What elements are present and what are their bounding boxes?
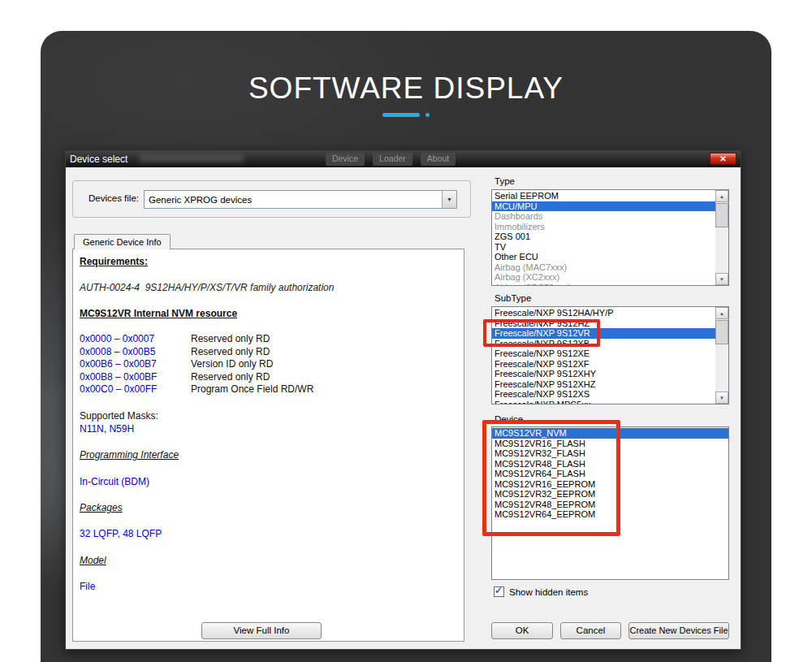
model-heading: Model bbox=[80, 555, 106, 566]
type-item-label: Airbag (SPC56xxx) bbox=[495, 283, 571, 287]
subtype-list-item[interactable]: Freescale/NXP 9S12HA/HY/P bbox=[492, 308, 715, 318]
scroll-up-icon[interactable]: ▲ bbox=[715, 307, 728, 319]
memory-range: 0x00B6 – 0x00B7 bbox=[80, 358, 191, 371]
scroll-down-icon[interactable]: ▼ bbox=[715, 392, 728, 404]
subtype-list-item[interactable]: Freescale/NXP 9S12XS bbox=[492, 389, 715, 400]
device-item-label: MC9S12VR16_FLASH bbox=[495, 439, 585, 448]
subtype-item-label: Freescale/NXP 9S12HZ bbox=[495, 318, 590, 328]
device-list-item[interactable]: MC9S12VR32_FLASH bbox=[492, 448, 728, 459]
type-list-item[interactable]: Serial EEPROM bbox=[492, 191, 715, 201]
device-list-item[interactable]: MC9S12VR64_FLASH bbox=[492, 469, 728, 479]
subtype-list-items: Freescale/NXP 9S12HA/HY/P Freescale/NXP … bbox=[492, 308, 715, 405]
subtype-list-item[interactable]: Freescale/NXP 9S12XHZ bbox=[492, 379, 715, 390]
create-new-devices-file-button[interactable]: Create New Devices File bbox=[628, 622, 729, 639]
scroll-up-icon[interactable]: ▲ bbox=[715, 190, 728, 202]
type-item-label: ZGS 001 bbox=[495, 231, 530, 241]
scroll-down-icon[interactable]: ▼ bbox=[715, 273, 728, 285]
memory-desc: Reserved only RD bbox=[191, 371, 270, 384]
devices-file-label: Devices file: bbox=[89, 193, 139, 203]
device-item-label: MC9S12VR16_EEPROM bbox=[495, 479, 595, 489]
underline-dot bbox=[425, 113, 430, 117]
type-listbox[interactable]: Serial EEPROM MCU/MPU Dashboards Immobil… bbox=[491, 189, 729, 286]
device-select-dialog: Device select Device Loader About ✕ Devi… bbox=[65, 150, 741, 650]
devices-file-select[interactable]: Generic XPROG devices ▼ bbox=[144, 190, 457, 209]
memory-map: 0x0000 – 0x0007 Reserved only RD 0x0008 … bbox=[80, 333, 313, 396]
dialog-titlebar: Device select Device Loader About ✕ bbox=[66, 151, 741, 167]
type-item-label: Immobilizers bbox=[495, 222, 545, 231]
type-list-item[interactable]: ZGS 001 bbox=[492, 231, 715, 242]
device-info-panel: Requirements: AUTH-0024-4 9S12HA/HY/P/XS… bbox=[72, 249, 464, 642]
subtype-item-label: Freescale/NXP MPC5xx bbox=[495, 400, 590, 405]
show-hidden-checkbox[interactable]: ✓ bbox=[494, 586, 504, 597]
device-list-item[interactable]: MC9S12VR16_FLASH bbox=[492, 439, 728, 449]
subtype-item-label: Freescale/NXP 9S12XB bbox=[495, 339, 590, 348]
close-button[interactable]: ✕ bbox=[710, 153, 736, 165]
supported-masks-value: N11N, N59H bbox=[80, 423, 134, 435]
memory-desc: Reserved only RD bbox=[191, 333, 270, 346]
type-list-item[interactable]: TV bbox=[492, 242, 715, 253]
title-underline bbox=[0, 113, 812, 117]
subtype-item-label: Freescale/NXP 9S12VR bbox=[495, 328, 590, 338]
type-scrollbar[interactable]: ▲ ▼ bbox=[715, 190, 728, 285]
subtype-scrollbar[interactable]: ▲ ▼ bbox=[715, 307, 728, 404]
subtype-label: SubType bbox=[495, 293, 531, 303]
type-list-item[interactable]: Airbag (XC2xxx) bbox=[492, 272, 715, 283]
background-menu: Device Loader About bbox=[326, 153, 456, 166]
type-item-label: Other ECU bbox=[495, 252, 538, 262]
devices-file-group: Devices file: Generic XPROG devices ▼ bbox=[72, 180, 471, 218]
type-list-item[interactable]: Dashboards bbox=[492, 211, 715, 222]
subtype-list-item[interactable]: Freescale/NXP 9S12XB bbox=[492, 339, 715, 349]
device-list-item[interactable]: MC9S12VR32_EEPROM bbox=[492, 489, 728, 500]
background-menu-item[interactable]: Loader bbox=[373, 153, 412, 166]
device-item-label: MC9S12VR32_FLASH bbox=[495, 448, 585, 458]
memory-desc: Version ID only RD bbox=[191, 358, 273, 371]
memory-range: 0x00B8 – 0x00BF bbox=[80, 371, 191, 384]
subtype-list-item[interactable]: Freescale/NXP 9S12XHY bbox=[492, 369, 715, 379]
device-item-label: MC9S12VR64_FLASH bbox=[495, 469, 585, 478]
tab-generic-device-info[interactable]: Generic Device Info bbox=[74, 234, 171, 249]
view-full-info-button[interactable]: View Full Info bbox=[201, 622, 322, 639]
device-list-item[interactable]: MC9S12VR48_EEPROM bbox=[492, 500, 728, 510]
device-listbox[interactable]: MC9S12VR_NVM MC9S12VR16_FLASH MC9S12VR32… bbox=[491, 426, 729, 580]
type-list-items: Serial EEPROM MCU/MPU Dashboards Immobil… bbox=[492, 191, 715, 286]
subtype-list-item[interactable]: Freescale/NXP 9S12HZ bbox=[492, 318, 715, 329]
memory-map-row: 0x00C0 – 0x00FF Program Once Field RD/WR bbox=[80, 383, 313, 396]
memory-map-row: 0x0000 – 0x0007 Reserved only RD bbox=[80, 333, 313, 346]
cancel-button[interactable]: Cancel bbox=[560, 622, 621, 639]
device-list-item[interactable]: MC9S12VR64_EEPROM bbox=[492, 509, 728, 520]
type-list-item[interactable]: Other ECU bbox=[492, 252, 715, 262]
type-item-label: Airbag (MAC7xxx) bbox=[495, 262, 567, 272]
type-list-item[interactable]: Airbag (MAC7xxx) bbox=[492, 262, 715, 273]
subtype-listbox[interactable]: Freescale/NXP 9S12HA/HY/P Freescale/NXP … bbox=[491, 306, 729, 405]
subtype-list-item[interactable]: Freescale/NXP MPC5xx bbox=[492, 400, 715, 405]
type-list-item[interactable]: MCU/MPU bbox=[492, 201, 715, 212]
subtype-list-item[interactable]: Freescale/NXP 9S12VR bbox=[492, 328, 715, 339]
subtype-list-item[interactable]: Freescale/NXP 9S12XF bbox=[492, 359, 715, 370]
background-menu-item[interactable]: Device bbox=[326, 153, 365, 166]
type-list-item[interactable]: Immobilizers bbox=[492, 222, 715, 232]
device-list-item[interactable]: MC9S12VR48_FLASH bbox=[492, 459, 728, 469]
device-list-item[interactable]: MC9S12VR16_EEPROM bbox=[492, 479, 728, 490]
type-list-item[interactable]: Airbag (SPC56xxx) bbox=[492, 283, 715, 287]
device-label: Device bbox=[495, 414, 523, 424]
scrollbar-thumb[interactable] bbox=[715, 203, 728, 227]
nvm-resource-heading: MC9S12VR Internal NVM resource bbox=[80, 308, 237, 319]
background-menu-item[interactable]: About bbox=[421, 153, 456, 166]
chevron-down-icon[interactable]: ▼ bbox=[442, 191, 456, 208]
subtype-item-label: Freescale/NXP 9S12XHZ bbox=[495, 379, 596, 389]
dialog-title: Device select bbox=[70, 154, 127, 165]
supported-masks-label: Supported Masks: bbox=[80, 410, 158, 422]
ok-button[interactable]: OK bbox=[491, 622, 553, 639]
memory-map-row: 0x00B8 – 0x00BF Reserved only RD bbox=[80, 371, 313, 384]
type-item-label: Serial EEPROM bbox=[495, 191, 559, 201]
requirements-heading: Requirements: bbox=[80, 256, 148, 267]
subtype-item-label: Freescale/NXP 9S12XF bbox=[495, 359, 590, 369]
memory-desc: Reserved only RD bbox=[191, 346, 270, 359]
device-list-item[interactable]: MC9S12VR_NVM bbox=[492, 428, 728, 439]
scrollbar-thumb[interactable] bbox=[715, 320, 728, 344]
device-item-label: MC9S12VR48_FLASH bbox=[495, 459, 585, 469]
memory-desc: Program Once Field RD/WR bbox=[191, 383, 313, 396]
page-title: SOFTWARE DISPLAY bbox=[0, 71, 812, 106]
type-item-label: Airbag (XC2xxx) bbox=[495, 272, 559, 282]
subtype-list-item[interactable]: Freescale/NXP 9S12XE bbox=[492, 348, 715, 359]
